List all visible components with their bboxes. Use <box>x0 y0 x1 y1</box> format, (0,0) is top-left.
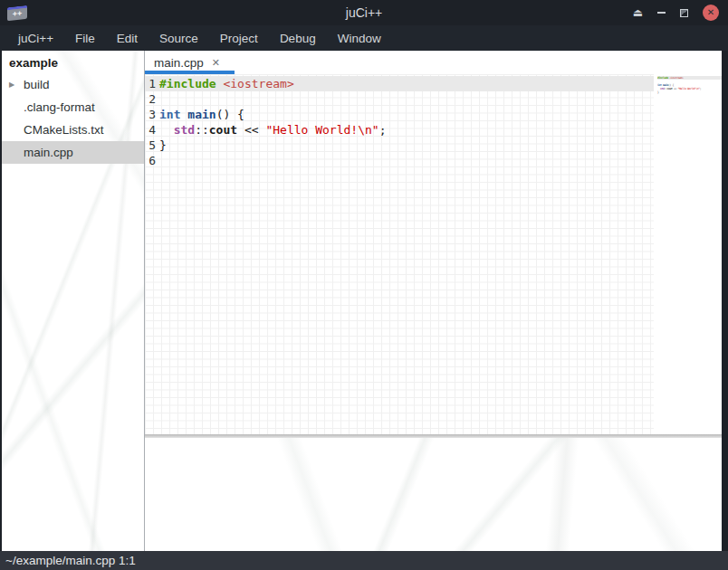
file-tree-sidebar: example ▶ build .clang-format CMakeLists… <box>2 51 145 551</box>
token-keyword: int <box>159 108 180 121</box>
tree-item-label: main.cpp <box>24 146 73 159</box>
menu-jucipp[interactable]: juCi++ <box>7 27 64 50</box>
minimap[interactable]: #include <iostream> int main() { std::co… <box>654 74 722 434</box>
token-operator: :: <box>195 123 209 137</box>
statusbar: ~/example/main.cpp 1:1 <box>0 551 728 570</box>
content-area: example ▶ build .clang-format CMakeLists… <box>0 51 728 551</box>
code-line-2[interactable]: 2 <box>145 91 722 107</box>
minimize-icon <box>657 12 666 14</box>
menu-source[interactable]: Source <box>148 27 209 50</box>
token-plain: () { <box>216 108 244 121</box>
menubar: juCi++ File Edit Source Project Debug Wi… <box>0 25 728 51</box>
token-preprocessor: #include <box>159 77 216 90</box>
tab-main-cpp[interactable]: main.cpp ✕ <box>145 52 235 74</box>
line-number: 6 <box>145 153 156 168</box>
tree-item-label: build <box>24 78 50 91</box>
restore-button[interactable] <box>680 9 688 17</box>
token-object: cout <box>209 123 237 137</box>
window-controls: ⏏ ✕ <box>633 0 719 25</box>
menu-edit[interactable]: Edit <box>106 27 148 50</box>
line-number: 1 <box>145 76 156 91</box>
code-line-3[interactable]: 3 int main() { <box>145 107 722 122</box>
menu-file[interactable]: File <box>64 27 106 50</box>
line-number: 5 <box>145 138 156 153</box>
tree-root-example[interactable]: example <box>2 51 144 73</box>
code-editor[interactable]: 1 #include <iostream> 2 3 int main() { 4… <box>145 74 722 434</box>
tree-item-clang-format[interactable]: .clang-format <box>2 96 144 119</box>
editor-column: main.cpp ✕ 1 #include <iostream> 2 <box>145 51 722 551</box>
token-plain: } <box>159 138 167 152</box>
token-operator: << <box>237 123 265 137</box>
eject-icon[interactable]: ⏏ <box>633 7 643 18</box>
tab-close-icon[interactable]: ✕ <box>212 58 220 68</box>
line-number: 3 <box>145 107 156 122</box>
tree-item-cmakelists[interactable]: CMakeLists.txt <box>2 119 144 141</box>
minimize-button[interactable] <box>657 12 666 14</box>
tree-item-label: .clang-format <box>24 100 95 114</box>
terminal-pane[interactable] <box>145 438 722 551</box>
code-line-4[interactable]: 4 std::cout << "Hello World!\n"; <box>145 122 722 138</box>
menu-window[interactable]: Window <box>327 27 392 50</box>
window-title: juCi++ <box>0 5 728 20</box>
menu-project[interactable]: Project <box>209 27 269 50</box>
tree-item-label: CMakeLists.txt <box>24 123 104 137</box>
tabbar: main.cpp ✕ <box>145 51 722 74</box>
status-file-position: ~/example/main.cpp 1:1 <box>5 554 136 567</box>
menu-debug[interactable]: Debug <box>269 27 327 50</box>
token-plain: ; <box>379 123 387 137</box>
code-line-1[interactable]: 1 #include <iostream> <box>145 76 722 91</box>
code-line-5[interactable]: 5 } <box>145 138 722 153</box>
code-line-6[interactable]: 6 <box>145 153 722 168</box>
token-include-path: <iostream> <box>216 77 294 90</box>
tree-item-build[interactable]: ▶ build <box>2 73 144 96</box>
line-number: 2 <box>145 91 156 107</box>
tab-label: main.cpp <box>154 56 204 70</box>
titlebar: ++ juCi++ ⏏ ✕ <box>0 0 728 25</box>
token-function: main <box>180 108 216 121</box>
jucipp-window: ++ juCi++ ⏏ ✕ juCi++ File Edit Source Pr… <box>0 0 728 570</box>
minimap-line: } <box>657 90 659 94</box>
close-button[interactable]: ✕ <box>703 5 719 21</box>
tree-item-main-cpp[interactable]: main.cpp <box>2 141 144 164</box>
token-string: "Hello World!\n" <box>265 123 378 137</box>
line-number: 4 <box>145 122 156 138</box>
token-namespace: std <box>159 123 195 137</box>
minimap-line: #include <box>657 76 668 80</box>
expander-icon[interactable]: ▶ <box>9 73 14 96</box>
restore-icon <box>680 9 688 17</box>
code-area[interactable]: 1 #include <iostream> 2 3 int main() { 4… <box>145 74 722 434</box>
